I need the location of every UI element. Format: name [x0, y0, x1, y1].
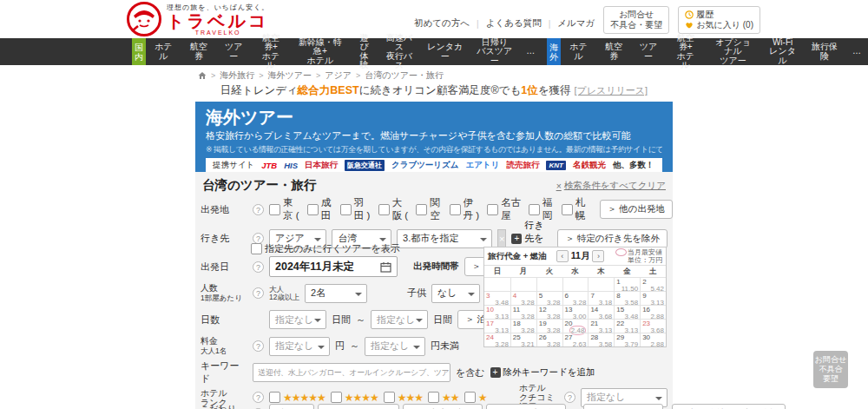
add-exclude-keyword-link[interactable]: + 除外キーワードを追加: [490, 366, 595, 379]
checkbox-icon[interactable]: [269, 204, 280, 215]
calendar-cell[interactable]: 153.48: [614, 305, 640, 319]
checkbox-icon[interactable]: [529, 204, 540, 215]
breadcrumb-item[interactable]: 台湾のツアー・旅行: [365, 69, 444, 82]
checkbox-icon[interactable]: [307, 204, 319, 215]
nav-item[interactable]: オプショナル ツアー: [705, 38, 761, 66]
nav-item[interactable]: ツアー: [216, 43, 252, 61]
days-from-select[interactable]: 指定なし: [269, 310, 326, 329]
calendar-cell[interactable]: 143.68: [588, 305, 614, 319]
calendar-cell[interactable]: 213.13: [588, 319, 614, 333]
calendar-cell[interactable]: 202.48: [562, 319, 589, 333]
breadcrumb-item[interactable]: 海外ツアー: [268, 69, 312, 82]
calendar-cell[interactable]: 173.13: [484, 319, 510, 333]
nav-item[interactable]: 遊び 体験: [350, 34, 378, 70]
link-first-time[interactable]: 初めての方へ: [414, 17, 470, 30]
calendar-cell[interactable]: 73.18: [588, 291, 614, 305]
option-button[interactable]: 事前座席指定可: [403, 404, 483, 409]
nav-item[interactable]: ホテル: [561, 43, 596, 61]
price-from-select[interactable]: 指定なし: [269, 337, 330, 356]
other-departure-button[interactable]: ＞ 他の出発地: [600, 200, 673, 219]
adult-count-select[interactable]: 2名: [305, 284, 367, 303]
help-icon[interactable]: ?: [253, 340, 264, 352]
nav-item[interactable]: 高速バス 夜行バス: [378, 34, 421, 70]
nav-item[interactable]: 新幹線・特急+ ホテル: [290, 38, 350, 66]
checkbox-icon[interactable]: [378, 204, 390, 215]
checkbox-icon[interactable]: [464, 392, 476, 403]
destination-city-select[interactable]: 3.都市を指定: [397, 229, 492, 248]
checkbox-icon[interactable]: [340, 204, 352, 215]
hotel-rank-checkbox[interactable]: ★: [464, 392, 487, 404]
press-release-link[interactable]: [プレスリリース]: [574, 85, 648, 96]
nav-item[interactable]: 航空券+ ホテル: [251, 34, 290, 70]
floating-feedback-button[interactable]: お問合せ 不具合 要望: [813, 351, 848, 388]
nav-item[interactable]: ツアー: [631, 43, 666, 61]
price-to-select[interactable]: 指定なし: [365, 337, 425, 356]
calendar-cell[interactable]: 33.48: [484, 291, 510, 305]
checkbox-icon[interactable]: [251, 243, 262, 254]
calendar-cell[interactable]: 123.28: [536, 305, 562, 319]
help-icon[interactable]: ?: [253, 204, 264, 215]
partner-logo[interactable]: HIS: [284, 161, 298, 170]
option-button[interactable]: カード決済可能: [486, 404, 566, 409]
calendar-cell[interactable]: 293.79: [614, 333, 640, 346]
option-more-button[interactable]: ＞ ホテルの条件: [583, 404, 663, 409]
help-icon[interactable]: ?: [253, 287, 264, 299]
hotel-rank-checkbox[interactable]: ★★★★★: [269, 392, 326, 404]
only-destination-checkbox[interactable]: 指定先のみに行くツアーを表示: [251, 242, 400, 255]
nav-item[interactable]: レンタカー: [420, 43, 470, 61]
help-icon[interactable]: ?: [253, 261, 264, 273]
exclude-destination-button[interactable]: ＞ 特定の行き先を除外: [557, 229, 667, 248]
keyword-input[interactable]: 送迎付、水上バンガロー、オールインクルーシブ、ツアーコード: [253, 363, 450, 382]
child-count-select[interactable]: なし: [431, 284, 480, 303]
breadcrumb-item[interactable]: アジア: [325, 69, 352, 82]
nav-item[interactable]: 航空券: [181, 43, 216, 61]
days-to-select[interactable]: 指定なし: [371, 310, 428, 329]
checkbox-icon[interactable]: [562, 204, 573, 215]
partner-logo[interactable]: JTB: [261, 161, 277, 170]
nav-item[interactable]: Wi-Fi レンタル: [761, 38, 804, 66]
depart-date-input[interactable]: 2024年11月未定: [269, 256, 398, 277]
partner-logo[interactable]: 日本旅行: [305, 160, 338, 171]
calendar-cell[interactable]: 93.13: [640, 291, 666, 305]
checkbox-icon[interactable]: [331, 392, 342, 403]
calendar-cell[interactable]: 233.68: [640, 319, 666, 333]
calendar-cell[interactable]: 193.28: [536, 319, 562, 333]
partner-logo[interactable]: 読売旅行: [506, 160, 539, 171]
checkbox-icon[interactable]: [450, 204, 461, 215]
help-icon[interactable]: ?: [253, 392, 264, 403]
calendar-cell[interactable]: 133.00: [562, 305, 589, 319]
history-row[interactable]: 履歴: [685, 10, 753, 20]
calendar-cell[interactable]: 111.50: [614, 277, 640, 291]
calendar-cell[interactable]: 272.63: [562, 333, 589, 346]
calendar-cell[interactable]: 243.28: [484, 333, 510, 346]
nav-item[interactable]: 航空券+ ホテル: [666, 34, 705, 70]
nav-item[interactable]: 旅行保険: [804, 43, 845, 61]
site-logo[interactable]: 理想の旅を、いちばん安く。 トラベルコ TRAVELKO: [127, 2, 269, 36]
calendar-cell[interactable]: 162.88: [640, 305, 666, 319]
hotel-rank-checkbox[interactable]: ★★: [428, 392, 459, 404]
calendar-cell[interactable]: 43.28: [510, 291, 536, 305]
home-icon[interactable]: [198, 71, 207, 80]
calendar-cell[interactable]: 183.28: [510, 319, 536, 333]
checkbox-icon[interactable]: [384, 392, 395, 403]
calendar-cell[interactable]: 283.58: [588, 333, 614, 346]
checkbox-icon[interactable]: [416, 204, 427, 215]
nav-item[interactable]: …: [845, 47, 868, 56]
hotel-rank-checkbox[interactable]: ★★★★: [331, 392, 378, 404]
calendar-cell[interactable]: 53.28: [536, 291, 562, 305]
calendar-cell[interactable]: 25.42: [640, 277, 666, 291]
remove-destination-button[interactable]: ×: [497, 229, 506, 248]
partner-logo[interactable]: 阪急交通社: [345, 160, 385, 171]
checkbox-icon[interactable]: [428, 392, 439, 403]
help-icon[interactable]: ?: [564, 392, 575, 403]
nav-item[interactable]: ホテル: [146, 43, 181, 61]
partner-logo[interactable]: KNT: [546, 161, 565, 170]
breadcrumb-item[interactable]: 海外旅行: [220, 69, 254, 82]
calendar-cell[interactable]: 253.21: [510, 333, 536, 346]
nav-item[interactable]: 航空券: [596, 43, 631, 61]
calendar-cell[interactable]: 103.13: [484, 305, 510, 319]
calendar-prev-button[interactable]: ‹: [556, 250, 569, 262]
nav-item[interactable]: 日帰り バスツアー: [470, 38, 519, 66]
link-mail-magazine[interactable]: メルマガ: [557, 17, 595, 30]
option-button[interactable]: 直行便: [269, 404, 314, 409]
